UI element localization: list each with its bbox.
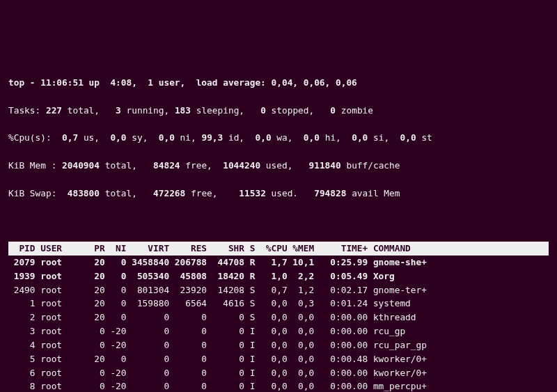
terminal-output: top - 11:06:51 up 4:08, 1 user, load ave… <box>8 62 549 392</box>
process-row: 6 root 0 -20 0 0 0 I 0,0 0,0 0:00.00 kwo… <box>8 366 549 380</box>
process-table-header: PID USER PR NI VIRT RES SHR S %CPU %MEM … <box>8 242 549 256</box>
summary-line-swap: KiB Swap: 483800 total, 472268 free, 115… <box>8 187 549 201</box>
summary-line-tasks: Tasks: 227 total, 3 running, 183 sleepin… <box>8 104 549 118</box>
process-row: 2079 root 20 0 3458840 206788 44708 R 1,… <box>8 256 549 269</box>
process-row: 3 root 0 -20 0 0 0 I 0,0 0,0 0:00.00 rcu… <box>8 324 549 338</box>
summary-line-uptime: top - 11:06:51 up 4:08, 1 user, load ave… <box>8 76 549 90</box>
blank-line <box>8 214 549 228</box>
process-row: 5 root 20 0 0 0 0 I 0,0 0,0 0:00.48 kwor… <box>8 352 549 366</box>
process-table-body: 2079 root 20 0 3458840 206788 44708 R 1,… <box>8 256 549 392</box>
process-row: 2490 root 20 0 801304 23920 14208 S 0,7 … <box>8 283 549 297</box>
summary-line-cpu: %Cpu(s): 0,7 us, 0,0 sy, 0,0 ni, 99,3 id… <box>8 131 549 145</box>
process-row: 1939 root 20 0 505340 45808 18420 R 1,0 … <box>8 269 549 283</box>
summary-line-mem: KiB Mem : 2040904 total, 84824 free, 104… <box>8 159 549 173</box>
process-row: 4 root 0 -20 0 0 0 I 0,0 0,0 0:00.00 rcu… <box>8 338 549 352</box>
process-row: 2 root 20 0 0 0 0 S 0,0 0,0 0:00.00 kthr… <box>8 311 549 324</box>
process-row: 8 root 0 -20 0 0 0 I 0,0 0,0 0:00.00 mm_… <box>8 379 549 392</box>
process-row: 1 root 20 0 159880 6564 4616 S 0,0 0,3 0… <box>8 297 549 311</box>
